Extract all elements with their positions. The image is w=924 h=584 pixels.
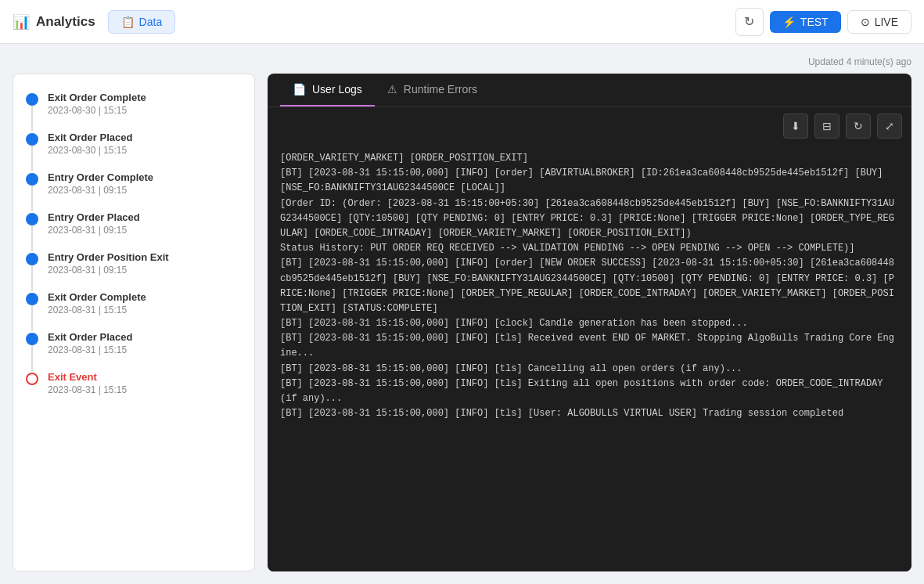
analytics-icon: 📊 (13, 13, 30, 31)
refresh-button[interactable]: ↻ (735, 8, 764, 36)
timeline-dot (26, 213, 38, 225)
test-icon: ⚡ (782, 16, 796, 28)
tab-runtime-errors[interactable]: ⚠ Runtime Errors (375, 74, 490, 106)
timeline-info: Exit Order Complete 2023-08-30 | 15:15 (48, 92, 242, 116)
live-button[interactable]: ⊙ LIVE (847, 10, 911, 34)
download-button[interactable]: ⬇ (783, 114, 808, 139)
timeline-info: Exit Order Complete 2023-08-31 | 15:15 (48, 291, 242, 315)
logs-panel: 📄 User Logs ⚠ Runtime Errors ⬇ ⊟ ↻ (268, 74, 911, 571)
timeline-item[interactable]: Entry Order Position Exit 2023-08-31 | 0… (26, 243, 242, 283)
timeline-item[interactable]: Exit Order Complete 2023-08-30 | 15:15 (26, 84, 242, 124)
download-icon: ⬇ (791, 120, 800, 132)
live-icon: ⊙ (861, 16, 870, 28)
live-label: LIVE (875, 16, 898, 28)
timeline-info: Entry Order Position Exit 2023-08-31 | 0… (48, 251, 242, 276)
timeline-date: 2023-08-31 | 15:15 (48, 384, 242, 395)
brand-label: Analytics (36, 14, 95, 30)
timeline-panel: Exit Order Complete 2023-08-30 | 15:15 E… (13, 74, 255, 571)
runtime-errors-icon: ⚠ (387, 83, 397, 96)
user-logs-label: User Logs (312, 83, 362, 96)
timeline-item[interactable]: Exit Order Placed 2023-08-30 | 15:15 (26, 124, 242, 164)
timeline-title: Entry Order Placed (48, 211, 242, 223)
content-area: Exit Order Complete 2023-08-30 | 15:15 E… (13, 74, 911, 571)
top-nav: 📊 Analytics 📋 Data ↻ ⚡ TEST ⊙ LIVE (0, 0, 924, 44)
tab-data-label: Data (139, 16, 163, 28)
timeline-title: Entry Order Complete (48, 171, 242, 183)
timeline-title: Entry Order Position Exit (48, 251, 242, 263)
timeline-item[interactable]: Entry Order Complete 2023-08-31 | 09:15 (26, 164, 242, 204)
timeline-title: Exit Order Placed (48, 331, 242, 343)
minimize-button[interactable]: ⊟ (814, 114, 840, 139)
timeline-item[interactable]: Entry Order Placed 2023-08-31 | 09:15 (26, 204, 242, 243)
timeline-dot (26, 293, 38, 305)
timeline-dot (26, 93, 38, 106)
refresh-icon: ↻ (744, 14, 754, 29)
timeline-date: 2023-08-30 | 15:15 (48, 105, 242, 116)
logs-content[interactable]: [ORDER_VARIETY_MARKET] [ORDER_POSITION_E… (268, 145, 911, 571)
timeline-dot (26, 333, 38, 345)
timeline-title: Exit Order Complete (48, 291, 242, 303)
timeline-title: Exit Order Placed (48, 132, 242, 143)
timeline-date: 2023-08-30 | 15:15 (48, 145, 242, 156)
main-content: Updated 4 minute(s) ago Exit Order Compl… (0, 44, 924, 584)
tab-data-icon: 📋 (121, 16, 135, 28)
timeline-dot (26, 253, 38, 265)
test-button[interactable]: ⚡ TEST (770, 11, 841, 33)
updated-text: Updated 4 minute(s) ago (13, 56, 911, 67)
timeline-date: 2023-08-31 | 15:15 (48, 305, 242, 315)
timeline-item[interactable]: Exit Order Complete 2023-08-31 | 15:15 (26, 283, 242, 323)
minimize-icon: ⊟ (822, 120, 832, 132)
timeline-info: Entry Order Placed 2023-08-31 | 09:15 (48, 211, 242, 236)
timeline-date: 2023-08-31 | 09:15 (48, 185, 242, 196)
logs-tabs: 📄 User Logs ⚠ Runtime Errors (268, 74, 911, 107)
tab-data[interactable]: 📋 Data (108, 10, 176, 34)
timeline-title: Exit Event (48, 371, 242, 383)
timeline-info: Entry Order Complete 2023-08-31 | 09:15 (48, 171, 242, 196)
timeline-dot (26, 373, 38, 385)
timeline-date: 2023-08-31 | 09:15 (48, 225, 242, 236)
tab-user-logs[interactable]: 📄 User Logs (280, 74, 375, 106)
timeline-info: Exit Event 2023-08-31 | 15:15 (48, 371, 242, 395)
logs-toolbar: ⬇ ⊟ ↻ ⤢ (268, 107, 911, 145)
test-label: TEST (800, 16, 829, 28)
timeline-title: Exit Order Complete (48, 92, 242, 103)
timeline-item[interactable]: Exit Order Placed 2023-08-31 | 15:15 (26, 323, 242, 363)
timeline-dot (26, 173, 38, 186)
timeline-date: 2023-08-31 | 09:15 (48, 265, 242, 276)
logs-refresh-icon: ↻ (854, 120, 863, 132)
timeline-info: Exit Order Placed 2023-08-31 | 15:15 (48, 331, 242, 355)
timeline-item[interactable]: Exit Event 2023-08-31 | 15:15 (26, 363, 242, 403)
timeline-date: 2023-08-31 | 15:15 (48, 344, 242, 355)
expand-button[interactable]: ⤢ (877, 114, 902, 139)
expand-icon: ⤢ (885, 120, 894, 132)
brand: 📊 Analytics (13, 13, 95, 31)
runtime-errors-label: Runtime Errors (404, 83, 477, 96)
user-logs-icon: 📄 (293, 83, 306, 96)
nav-right: ↻ ⚡ TEST ⊙ LIVE (735, 8, 911, 36)
timeline-info: Exit Order Placed 2023-08-30 | 15:15 (48, 132, 242, 156)
logs-refresh-button[interactable]: ↻ (846, 114, 871, 139)
timeline-dot (26, 133, 38, 146)
timeline-container: Exit Order Complete 2023-08-30 | 15:15 E… (26, 84, 242, 403)
